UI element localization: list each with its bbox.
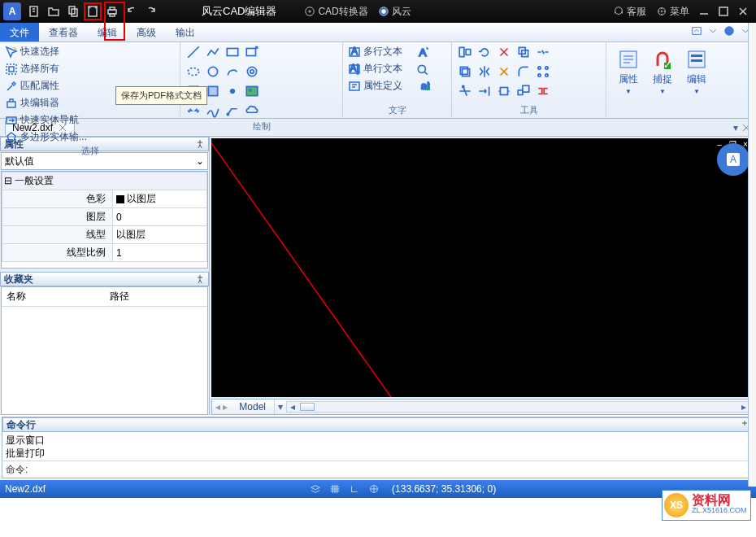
offset-icon[interactable] <box>457 63 473 80</box>
status-polar-icon[interactable] <box>366 481 382 497</box>
trim-icon[interactable] <box>457 83 473 99</box>
new-file-icon[interactable] <box>25 2 43 20</box>
close-icon[interactable] <box>734 2 752 20</box>
delete-icon[interactable] <box>496 44 512 60</box>
drawing-canvas[interactable]: – ❐ × A <box>211 138 754 397</box>
copy-icon[interactable] <box>64 2 82 20</box>
line-icon[interactable] <box>185 44 202 60</box>
tab-dropdown-icon[interactable]: ▾ <box>278 401 283 413</box>
maximize-icon[interactable] <box>715 2 732 20</box>
ellipse-icon[interactable] <box>185 63 202 80</box>
status-layer-icon[interactable] <box>307 481 324 497</box>
svg-point-12 <box>661 11 663 12</box>
fillet-icon[interactable] <box>515 63 532 80</box>
quick-entity-nav-button[interactable]: 快速实体导航 <box>5 112 98 128</box>
property-button[interactable]: 属性▼ <box>611 44 645 99</box>
menu-output[interactable]: 输出 <box>166 23 205 41</box>
join-icon[interactable] <box>535 83 551 99</box>
menu-viewer[interactable]: 查看器 <box>39 23 88 41</box>
svg-rect-5 <box>110 7 115 10</box>
watermark: XS 资料网 ZL.X51616.COM <box>662 490 751 521</box>
tab-dropdown-icon[interactable]: ▾ <box>733 122 738 133</box>
quick-select-button[interactable]: 快速选择 <box>5 44 86 59</box>
menu-advanced[interactable]: 高级 <box>127 23 166 41</box>
menu-file[interactable]: 文件 <box>0 23 39 41</box>
mtext-button[interactable]: A多行文本 <box>348 44 413 59</box>
edit-button[interactable]: 编辑▼ <box>680 44 714 99</box>
scroll-left-icon[interactable]: ◂ <box>287 402 298 412</box>
model-tab[interactable]: Model <box>231 399 275 414</box>
open-folder-icon[interactable] <box>45 2 63 20</box>
save-pdf-icon[interactable] <box>84 2 102 20</box>
cmdline-history[interactable]: 显示窗口 批量打印 <box>2 432 754 461</box>
find-icon[interactable] <box>415 62 431 78</box>
break-icon[interactable] <box>535 44 551 60</box>
svg-point-40 <box>418 65 425 72</box>
customer-service-button[interactable]: 客服 <box>613 5 646 19</box>
explode-icon[interactable] <box>496 63 512 80</box>
stretch-icon[interactable] <box>496 83 512 99</box>
point-icon[interactable] <box>224 83 241 99</box>
rectangle-icon[interactable] <box>224 44 241 60</box>
fengyun-button[interactable]: 风云 <box>378 5 411 19</box>
align-icon[interactable] <box>457 44 473 60</box>
revcloud-icon[interactable] <box>244 103 260 119</box>
donut-icon[interactable] <box>244 63 260 80</box>
extend-icon[interactable] <box>476 83 493 99</box>
pin-icon[interactable] <box>195 274 205 284</box>
svg-rect-18 <box>9 67 14 72</box>
block-editor-button[interactable]: 块编辑器 <box>5 95 98 111</box>
copyobj-icon[interactable] <box>515 44 532 60</box>
spline-icon[interactable] <box>205 103 221 119</box>
minimize-icon[interactable] <box>695 2 713 20</box>
favorites-list[interactable]: 名称 路径 <box>1 286 208 415</box>
match-prop-button[interactable]: 匹配属性 <box>5 78 86 94</box>
status-grid-icon[interactable] <box>327 481 343 497</box>
tab-nav-left[interactable]: ◂ ▸ <box>212 401 231 413</box>
prop-row-color[interactable]: 色彩以图层 <box>2 190 207 208</box>
scroll-thumb[interactable] <box>300 403 315 411</box>
leader-icon[interactable] <box>224 103 241 119</box>
pin-icon[interactable] <box>195 139 205 149</box>
text-button[interactable]: A|单行文本 <box>348 61 413 76</box>
ribbon-collapse-icon[interactable] <box>691 25 702 39</box>
spell-icon[interactable]: ab <box>415 80 431 96</box>
arc-icon[interactable] <box>224 63 241 80</box>
print-icon[interactable] <box>103 2 121 20</box>
dropdown-arrow-icon[interactable] <box>707 25 719 39</box>
prop-row-linetype[interactable]: 线型以图层 <box>2 226 207 244</box>
view-cube-icon[interactable]: A <box>717 143 749 176</box>
status-ortho-icon[interactable] <box>346 481 363 497</box>
help-icon[interactable]: ? <box>723 25 735 39</box>
prop-section-header[interactable]: ⊟ 一般设置 <box>2 172 207 190</box>
attrdef-button[interactable]: 属性定义 <box>348 78 413 94</box>
favorites-panel: 收藏夹 名称 路径 <box>0 272 209 415</box>
circle-icon[interactable] <box>205 63 221 80</box>
svg-text:ab: ab <box>421 81 430 92</box>
svg-point-30 <box>231 90 235 94</box>
textstyle-icon[interactable]: A <box>415 44 431 60</box>
h-scrollbar[interactable]: ◂ ▸ <box>286 401 750 413</box>
polygon-entity-button[interactable]: 多边形实体输... <box>5 129 98 145</box>
command-input[interactable] <box>31 464 750 475</box>
polyline-icon[interactable] <box>205 44 221 60</box>
array-icon[interactable] <box>535 63 551 80</box>
rect-corner-icon[interactable] <box>244 44 260 60</box>
menu-edit[interactable]: 编辑 <box>88 23 127 41</box>
menu-button[interactable]: 菜单 <box>656 5 689 19</box>
fengyun-label: 风云 <box>392 5 411 19</box>
mirror-icon[interactable] <box>476 63 493 80</box>
hatch2-icon[interactable] <box>205 83 221 99</box>
prop-row-layer[interactable]: 图层0 <box>2 208 207 226</box>
prop-row-linescale[interactable]: 线型比例1 <box>2 244 207 262</box>
scale-icon[interactable] <box>515 83 532 99</box>
property-grid[interactable]: ⊟ 一般设置 色彩以图层 图层0 线型以图层 线型比例1 <box>1 171 208 268</box>
image-icon[interactable] <box>244 83 260 99</box>
undo-icon[interactable] <box>123 2 141 20</box>
snap-button[interactable]: ✓捕捉▼ <box>645 44 680 99</box>
move-icon[interactable] <box>185 103 202 119</box>
rotate-icon[interactable] <box>476 44 493 60</box>
cad-converter-button[interactable]: CAD转换器 <box>304 5 367 19</box>
select-all-button[interactable]: 选择所有 <box>5 61 86 76</box>
redo-icon[interactable] <box>142 2 160 20</box>
